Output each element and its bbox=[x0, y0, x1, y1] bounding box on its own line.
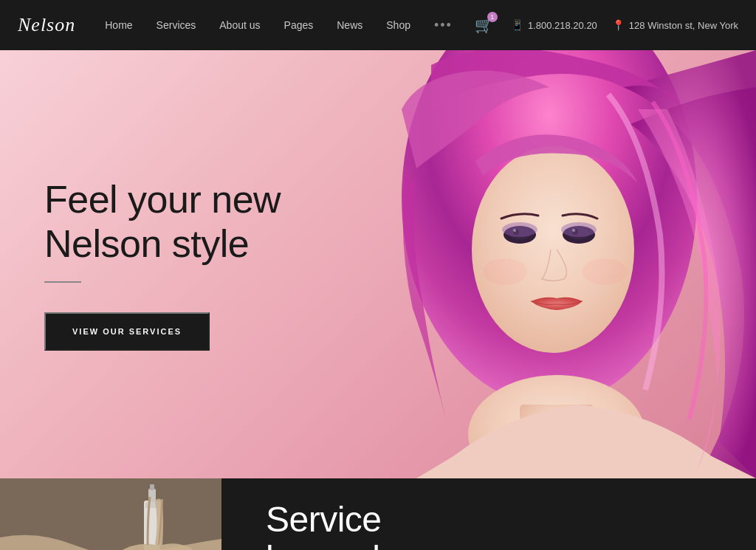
below-heading: Service beyond bbox=[266, 501, 382, 550]
cart-button[interactable]: 🛒 1 bbox=[475, 16, 493, 34]
phone-info: 📱 1.800.218.20.20 bbox=[511, 19, 597, 31]
nav-item-home[interactable]: Home bbox=[105, 19, 132, 31]
hero-portrait bbox=[269, 50, 756, 478]
phone-icon: 📱 bbox=[511, 19, 523, 31]
hero-title: Feel your new Nelson style bbox=[44, 178, 281, 267]
brand-logo[interactable]: Nelson bbox=[18, 14, 75, 36]
address-text: 128 Winston st, New York bbox=[629, 20, 738, 31]
svg-point-8 bbox=[502, 222, 537, 237]
svg-point-14 bbox=[483, 258, 527, 285]
address-info: 📍 128 Winston st, New York bbox=[612, 19, 738, 31]
below-image-svg bbox=[0, 478, 221, 550]
nav-item-services[interactable]: Services bbox=[157, 19, 196, 31]
navbar: Nelson Home Services About us Pages News… bbox=[0, 0, 756, 50]
nav-menu: Home Services About us Pages News Shop •… bbox=[105, 18, 475, 33]
phone-number: 1.800.218.20.20 bbox=[528, 20, 597, 31]
hero-content: Feel your new Nelson style VIEW OUR SERV… bbox=[0, 178, 325, 351]
below-text: Service beyond bbox=[221, 478, 426, 550]
nav-item-shop[interactable]: Shop bbox=[386, 19, 410, 31]
below-image bbox=[0, 478, 221, 550]
nav-item-news[interactable]: News bbox=[337, 19, 362, 31]
hero-section: Feel your new Nelson style VIEW OUR SERV… bbox=[0, 50, 756, 478]
below-section: Service beyond bbox=[0, 478, 756, 550]
hero-divider bbox=[44, 281, 81, 283]
navbar-right: 🛒 1 📱 1.800.218.20.20 📍 128 Winston st, … bbox=[475, 16, 738, 34]
contact-info: 📱 1.800.218.20.20 📍 128 Winston st, New … bbox=[511, 19, 738, 31]
nav-item-about[interactable]: About us bbox=[219, 19, 260, 31]
cart-badge: 1 bbox=[487, 12, 498, 22]
svg-point-15 bbox=[583, 258, 627, 285]
location-icon: 📍 bbox=[612, 19, 625, 31]
hero-cta-button[interactable]: VIEW OUR SERVICES bbox=[44, 312, 210, 351]
svg-point-3 bbox=[472, 146, 634, 353]
svg-rect-19 bbox=[150, 484, 154, 490]
nav-item-pages[interactable]: Pages bbox=[284, 19, 314, 31]
svg-point-13 bbox=[561, 222, 597, 237]
nav-more-button[interactable]: ••• bbox=[434, 18, 453, 33]
